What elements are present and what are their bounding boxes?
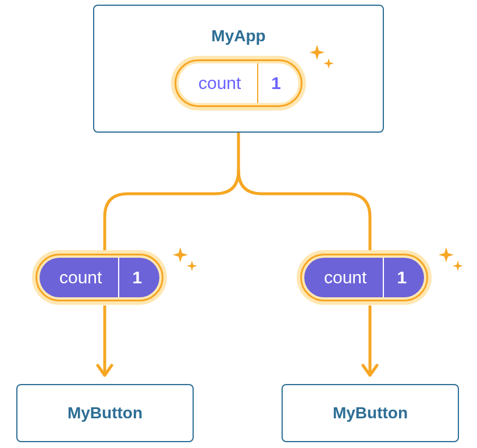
parent-component-title: MyApp [211,27,265,45]
parent-state-label: count [179,63,257,103]
left-arrow-connector [93,305,116,387]
parent-state-pill: count 1 [171,56,306,111]
left-prop-value: 1 [119,258,159,297]
right-child-component-box: MyButton [282,384,459,442]
left-child-component-box: MyButton [16,384,194,442]
right-prop-pill: count 1 [297,250,432,305]
sparkle-icon [437,244,467,279]
left-prop-pill: count 1 [32,250,167,305]
right-arrow-connector [358,305,382,387]
sparkle-icon [172,244,201,279]
right-child-title: MyButton [333,404,408,422]
left-prop-label: count [40,258,118,297]
right-prop-label: count [304,258,383,297]
parent-state-value: 1 [258,63,298,103]
left-child-title: MyButton [67,404,143,422]
right-prop-value: 1 [384,258,424,297]
branch-connector [0,133,477,261]
parent-component-box: MyApp count 1 [93,5,384,133]
